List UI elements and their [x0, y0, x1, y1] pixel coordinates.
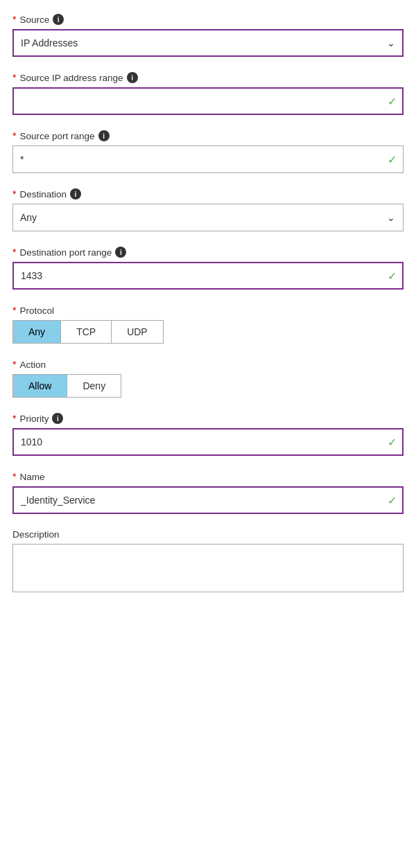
protocol-label-text: Protocol [19, 305, 54, 316]
source-select[interactable]: IP Addresses Any Service Tag [12, 29, 404, 57]
destination-select[interactable]: Any IP Addresses Service Tag [12, 204, 404, 231]
destination-port-range-group: * Destination port range i ✓ [12, 247, 404, 290]
source-select-wrapper[interactable]: IP Addresses Any Service Tag ⌄ [12, 29, 404, 57]
required-star-source: * [12, 14, 16, 25]
destination-port-range-label-text: Destination port range [19, 247, 112, 258]
required-star-dest: * [12, 188, 16, 200]
action-button-group: Allow Deny [12, 374, 121, 398]
destination-label-text: Destination [19, 189, 67, 200]
name-label-text: Name [19, 472, 44, 482]
required-star-priority: * [12, 413, 16, 424]
source-ip-range-label: * Source IP address range i [12, 72, 404, 83]
description-label-text: Description [12, 529, 60, 540]
source-port-range-label: * Source port range i [12, 130, 404, 141]
priority-input[interactable] [12, 428, 404, 456]
name-wrapper: ✓ [12, 486, 404, 514]
source-group: * Source i IP Addresses Any Service Tag … [12, 14, 404, 57]
protocol-label: * Protocol [12, 305, 404, 316]
source-port-range-label-text: Source port range [19, 131, 94, 141]
action-label-text: Action [19, 360, 46, 370]
priority-label-text: Priority [19, 414, 49, 424]
required-star-dest-port: * [12, 247, 16, 258]
required-star-ip: * [12, 72, 16, 83]
destination-group: * Destination i Any IP Addresses Service… [12, 188, 404, 231]
destination-port-range-label: * Destination port range i [12, 247, 404, 258]
source-ip-info-icon: i [127, 72, 138, 83]
protocol-udp-button[interactable]: UDP [112, 321, 163, 343]
source-port-range-input[interactable] [12, 145, 404, 173]
action-allow-button[interactable]: Allow [13, 375, 67, 397]
destination-info-icon: i [70, 188, 81, 200]
protocol-button-group: Any TCP UDP [12, 320, 164, 344]
action-label: * Action [12, 359, 404, 370]
source-port-range-group: * Source port range i ✓ [12, 130, 404, 173]
source-port-info-icon: i [98, 130, 110, 141]
name-input[interactable] [12, 486, 404, 514]
required-star-port: * [12, 130, 16, 141]
protocol-group: * Protocol Any TCP UDP [12, 305, 404, 344]
action-group: * Action Allow Deny [12, 359, 404, 398]
destination-label: * Destination i [12, 188, 404, 200]
source-ip-range-input[interactable] [12, 87, 404, 115]
description-textarea[interactable] [12, 544, 404, 592]
source-ip-range-label-text: Source IP address range [19, 73, 123, 83]
destination-port-range-input[interactable] [12, 262, 404, 290]
protocol-any-button[interactable]: Any [13, 321, 61, 343]
source-info-icon: i [53, 14, 64, 25]
protocol-tcp-button[interactable]: TCP [61, 321, 112, 343]
source-port-range-wrapper: ✓ [12, 145, 404, 173]
source-ip-range-group: * Source IP address range i ✓ [12, 72, 404, 115]
source-label-text: Source [19, 15, 49, 25]
destination-port-range-wrapper: ✓ [12, 262, 404, 290]
required-star-name: * [12, 471, 16, 482]
priority-group: * Priority i ✓ [12, 413, 404, 456]
action-deny-button[interactable]: Deny [67, 375, 121, 397]
name-group: * Name ✓ [12, 471, 404, 514]
priority-info-icon: i [52, 413, 63, 424]
destination-port-info-icon: i [115, 247, 126, 258]
description-label: Description [12, 529, 404, 540]
source-label: * Source i [12, 14, 404, 25]
name-label: * Name [12, 471, 404, 482]
destination-select-wrapper[interactable]: Any IP Addresses Service Tag ⌄ [12, 204, 404, 231]
description-group: Description [12, 529, 404, 594]
priority-wrapper: ✓ [12, 428, 404, 456]
required-star-action: * [12, 359, 16, 370]
source-ip-range-wrapper: ✓ [12, 87, 404, 115]
required-star-protocol: * [12, 305, 16, 316]
priority-label: * Priority i [12, 413, 404, 424]
